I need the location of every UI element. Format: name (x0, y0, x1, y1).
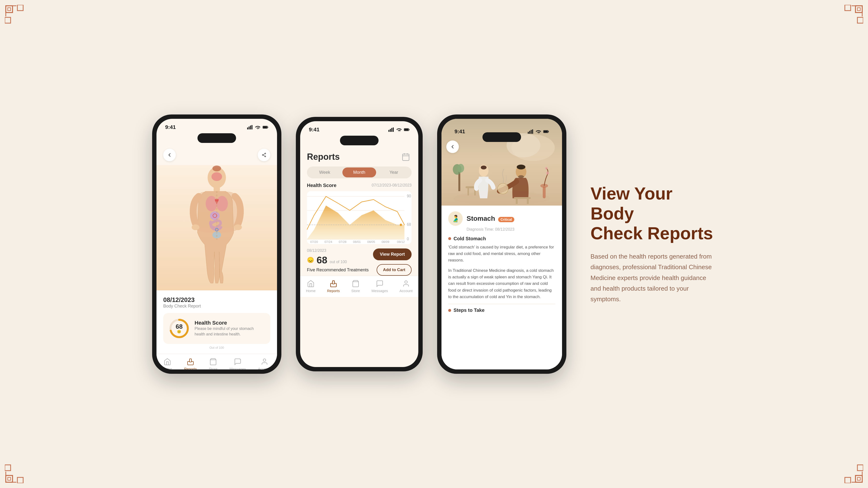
back-button-3[interactable] (446, 140, 459, 153)
svg-text:08/01: 08/01 (353, 240, 361, 243)
bottom-nav-1: Home Reports Store Messages Account (156, 354, 277, 369)
nav-store-label-2: Store (351, 289, 360, 293)
phone1-header (156, 145, 277, 165)
svg-rect-18 (856, 476, 862, 482)
score-circle: 68 😐 (168, 318, 190, 339)
nav-home-label-2: Home (306, 289, 316, 293)
battery-icon-3 (543, 129, 549, 134)
nav-home-2[interactable]: Home (306, 280, 316, 293)
svg-point-53 (263, 359, 266, 361)
svg-point-70 (400, 224, 402, 226)
report-date: 08/12/2023 (163, 296, 270, 304)
corner-decoration-br (844, 464, 863, 483)
phone-3-screen: 9:41 (441, 119, 562, 369)
nav-home-1[interactable]: Home (162, 358, 172, 369)
back-button-1[interactable] (163, 149, 176, 161)
svg-point-112 (546, 171, 549, 174)
steps-section: Steps to Take (448, 304, 555, 313)
svg-point-32 (265, 156, 266, 157)
share-button-1[interactable] (258, 149, 270, 161)
score-out-of: Out of 100 (163, 346, 270, 350)
svg-rect-6 (856, 6, 862, 12)
report-emoji: 😞 (307, 257, 314, 263)
report-summary-left: 08/12/2023 😞 68 out of 100 Five Recommen… (307, 249, 369, 272)
svg-point-44 (210, 212, 220, 220)
svg-point-104 (517, 165, 525, 169)
phone2-header: Reports (300, 147, 418, 166)
svg-point-31 (265, 153, 266, 154)
tab-year[interactable]: Year (377, 167, 411, 177)
nav-store-1[interactable]: Store (209, 358, 217, 369)
svg-rect-61 (403, 154, 409, 161)
section-title: Cold Stomach (454, 236, 486, 241)
status-time-1: 9:41 (165, 124, 176, 130)
svg-text:90: 90 (407, 194, 411, 198)
nav-store-label-1: Store (209, 367, 217, 369)
score-info: Health Score Please be mindful of your s… (194, 320, 265, 337)
tab-month[interactable]: Month (342, 167, 376, 177)
svg-rect-107 (514, 197, 531, 199)
svg-rect-12 (6, 476, 12, 482)
svg-rect-4 (18, 5, 23, 10)
steps-dot (448, 309, 451, 312)
tab-week[interactable]: Week (308, 167, 341, 177)
tab-group: Week Month Year (307, 166, 411, 178)
status-bar-1: 9:41 (156, 119, 277, 131)
report-score-num: 68 (317, 255, 328, 266)
nav-store-2[interactable]: Store (351, 280, 360, 293)
calendar-button[interactable] (400, 151, 411, 163)
svg-rect-11 (858, 18, 863, 23)
nav-reports-2[interactable]: Reports (327, 280, 340, 293)
report-summary: 08/12/2023 😞 68 out of 100 Five Recommen… (300, 244, 418, 276)
report-info-card: 08/12/2023 Body Check Report 68 😐 (156, 290, 277, 354)
nav-messages-label-1: Messages (229, 367, 246, 369)
svg-text:08/09: 08/09 (381, 240, 389, 243)
description-2: In Traditional Chinese Medicine diagnosi… (448, 267, 555, 300)
nav-messages-2[interactable]: Messages (372, 280, 388, 293)
nav-account-label-2: Account (400, 289, 412, 293)
right-title: View Your BodyCheck Reports (590, 184, 716, 243)
svg-rect-22 (845, 478, 850, 483)
svg-rect-29 (268, 127, 268, 128)
score-description: Please be mindful of your stomach health… (194, 326, 265, 337)
add-to-cart-button[interactable]: Add to Cart (377, 264, 411, 276)
description-1: 'Cold stomach' is caused by irregular di… (448, 244, 555, 264)
svg-rect-57 (393, 128, 394, 132)
status-bar-3: 9:41 (446, 123, 558, 136)
hs-date: 07/12/2023-08/12/2023 (372, 183, 411, 188)
svg-rect-23 (858, 465, 863, 470)
svg-point-39 (192, 224, 199, 230)
battery-icon-1 (262, 125, 268, 129)
svg-text:07/20: 07/20 (310, 240, 318, 243)
main-container: 9:41 (0, 0, 868, 488)
phone-1-screen: 9:41 (156, 119, 277, 369)
svg-rect-56 (391, 128, 392, 132)
phone-1: 9:41 (152, 115, 281, 374)
view-report-button[interactable]: View Report (373, 249, 411, 260)
right-text-section: View Your BodyCheck Reports Based on the… (581, 184, 716, 304)
svg-rect-84 (528, 132, 529, 134)
battery-icon-2 (404, 128, 410, 132)
status-icons-3 (528, 129, 549, 134)
steps-title: Steps to Take (454, 307, 485, 313)
svg-rect-5 (5, 18, 10, 23)
svg-rect-17 (5, 465, 10, 470)
svg-point-40 (234, 224, 242, 230)
signal-icon-2 (389, 128, 394, 132)
phone3-content: 🫃 Stomach Critical Diagnosis Time: 08/12… (441, 205, 562, 369)
svg-rect-55 (390, 129, 391, 132)
nav-account-1[interactable]: Account (258, 358, 271, 369)
svg-rect-90 (544, 130, 548, 133)
nav-reports-1[interactable]: Reports (184, 358, 197, 369)
nav-messages-1[interactable]: Messages (229, 358, 246, 369)
report-date-label: 08/12/2023 (307, 249, 369, 253)
nav-account-2[interactable]: Account (400, 280, 412, 293)
diagnosis-time: Diagnosis Time: 08/12/2023 (467, 227, 555, 232)
status-icons-1 (247, 125, 268, 129)
corner-decoration-tl (5, 5, 24, 24)
phone-2: 9:41 Reports Week Month Year (296, 117, 423, 371)
body-illustration (156, 165, 277, 290)
corner-decoration-bl (5, 464, 24, 483)
health-score-header: Health Score 07/12/2023-08/12/2023 (307, 183, 411, 188)
svg-rect-1 (8, 8, 10, 10)
